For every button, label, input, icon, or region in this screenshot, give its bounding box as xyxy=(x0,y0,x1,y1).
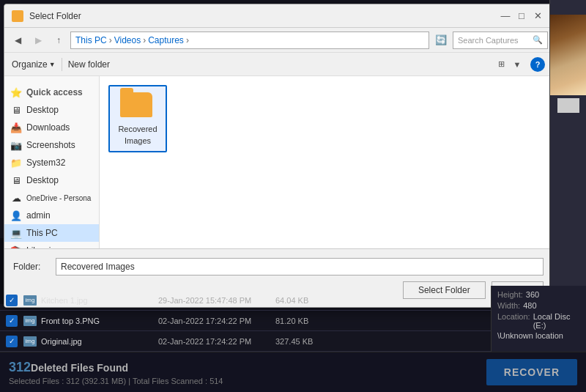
sidebar-label-desktop2: Desktop xyxy=(26,175,59,185)
address-toolbar: ◀ ▶ ↑ This PC › Videos › Captures › 🔄 Se… xyxy=(4,28,552,53)
location-value: Local Disc (E:) xyxy=(533,312,580,330)
sidebar-item-system32[interactable]: 📁 System32 xyxy=(4,154,99,171)
file-size: 81.20 KB xyxy=(275,317,334,325)
close-button[interactable]: ✕ xyxy=(530,9,545,23)
file-checkbox[interactable]: ✓ xyxy=(6,295,18,306)
view-icons: ⊞ ▼ xyxy=(494,57,524,72)
address-bar[interactable]: This PC › Videos › Captures › xyxy=(70,32,429,49)
folder-name-line1: Recovered xyxy=(118,125,157,133)
file-icon: img xyxy=(23,336,37,347)
folder-field-label: Folder: xyxy=(13,262,50,272)
file-date: 02-Jan-2022 17:24:22 PM xyxy=(158,317,275,325)
width-value: 480 xyxy=(523,301,536,310)
table-row[interactable]: ✓ img Front top 3.PNG 02-Jan-2022 17:24:… xyxy=(0,311,549,331)
file-date: 29-Jan-2022 15:47:48 PM xyxy=(158,296,275,305)
sidebar-item-this-pc[interactable]: 💻 This PC xyxy=(4,224,99,242)
organize-button[interactable]: Organize ▼ xyxy=(12,59,56,70)
minimize-button[interactable]: — xyxy=(498,9,513,23)
file-size: 327.45 KB xyxy=(275,337,334,346)
sidebar-item-downloads[interactable]: 📥 Downloads xyxy=(4,119,99,136)
dialog-title: Select Folder xyxy=(29,11,497,21)
file-area[interactable]: Recovered Images xyxy=(100,76,552,248)
file-size: 64.04 KB xyxy=(275,296,334,305)
view-button[interactable]: ⊞ xyxy=(494,57,508,72)
folder-body xyxy=(120,92,152,117)
file-name: Front top 3.PNG xyxy=(41,317,158,325)
folder-row: Folder: xyxy=(13,258,544,275)
sidebar-item-screenshots[interactable]: 📷 Screenshots xyxy=(4,136,99,154)
new-folder-button[interactable]: New folder xyxy=(68,59,110,70)
file-date: 02-Jan-2022 17:24:22 PM xyxy=(158,337,275,346)
address-sep2: › xyxy=(143,35,146,45)
sidebar-label-this-pc: This PC xyxy=(26,228,58,238)
sidebar: ⭐ Quick access 🖥 Desktop 📥 Downloads 📷 S… xyxy=(4,76,100,248)
admin-icon: 👤 xyxy=(10,210,22,221)
system32-icon: 📁 xyxy=(10,157,22,169)
desktop-icon: 🖥 xyxy=(10,104,22,116)
scroll-thumb[interactable] xyxy=(557,98,579,113)
width-label: Width: xyxy=(497,301,520,310)
folder-input[interactable] xyxy=(56,258,544,275)
height-value: 360 xyxy=(526,290,539,299)
organize-chevron-icon: ▼ xyxy=(49,61,56,68)
organize-toolbar: Organize ▼ New folder ⊞ ▼ ? xyxy=(4,53,552,76)
address-sep1: › xyxy=(109,35,112,45)
right-thumbnail-panel xyxy=(549,0,586,286)
sidebar-item-admin[interactable]: 👤 admin xyxy=(4,207,99,224)
folder-icon-large xyxy=(120,92,155,122)
file-checkbox[interactable]: ✓ xyxy=(6,315,18,327)
organize-label: Organize xyxy=(12,59,48,70)
dialog-content: ⭐ Quick access 🖥 Desktop 📥 Downloads 📷 S… xyxy=(4,76,552,248)
sidebar-label-onedrive: OneDrive - Persona xyxy=(26,194,91,202)
table-row[interactable]: ✓ img Original.jpg 02-Jan-2022 17:24:22 … xyxy=(0,331,549,352)
search-box[interactable]: Search Captures 🔍 xyxy=(453,32,548,49)
sidebar-item-desktop2[interactable]: 🖥 Desktop xyxy=(4,171,99,189)
sidebar-label-screenshots: Screenshots xyxy=(26,140,75,150)
search-icon[interactable]: 🔍 xyxy=(533,35,543,45)
select-folder-dialog: Select Folder — □ ✕ ◀ ▶ ↑ This PC › Vide… xyxy=(4,4,553,308)
thumbnail-image xyxy=(550,15,586,95)
desktop2-icon: 🖥 xyxy=(10,174,22,186)
file-icon: img xyxy=(23,295,37,306)
recovered-images-folder[interactable]: Recovered Images xyxy=(108,85,167,152)
address-sep3: › xyxy=(186,35,189,45)
quick-access-icon: ⭐ xyxy=(10,86,22,98)
address-this-pc[interactable]: This PC xyxy=(75,35,107,45)
sidebar-label-quick-access: Quick access xyxy=(26,87,83,97)
sidebar-item-libraries[interactable]: 📚 Libraries xyxy=(4,242,99,248)
forward-button[interactable]: ▶ xyxy=(29,32,47,49)
table-row[interactable]: ✓ img Kitchen 1.jpg 29-Jan-2022 15:47:48… xyxy=(0,290,549,311)
back-button[interactable]: ◀ xyxy=(9,32,26,49)
dialog-titlebar: Select Folder — □ ✕ xyxy=(4,4,552,28)
sidebar-item-desktop[interactable]: 🖥 Desktop xyxy=(4,101,99,119)
sidebar-label-admin: admin xyxy=(26,210,51,221)
address-videos[interactable]: Videos xyxy=(114,35,141,45)
file-name: Kitchen 1.jpg xyxy=(41,296,158,305)
sidebar-section-quick-access: ⭐ Quick access xyxy=(4,81,99,101)
toolbar-separator xyxy=(62,58,62,71)
maximize-button[interactable]: □ xyxy=(514,9,529,23)
sublocation-value: \Unknown location xyxy=(497,331,580,340)
refresh-button[interactable]: 🔄 xyxy=(432,32,450,49)
sidebar-label-downloads: Downloads xyxy=(26,122,70,133)
downloads-icon: 📥 xyxy=(10,122,22,133)
file-checkbox[interactable]: ✓ xyxy=(6,336,18,347)
this-pc-icon: 💻 xyxy=(10,227,22,239)
height-label: Height: xyxy=(497,290,523,299)
location-label: Location: xyxy=(497,312,530,330)
view-dropdown-button[interactable]: ▼ xyxy=(510,57,524,72)
sidebar-label-system32: System32 xyxy=(26,158,65,168)
file-list: ✓ img Kitchen 1.jpg 29-Jan-2022 15:47:48… xyxy=(0,290,549,352)
metadata-panel: Height: 360 Width: 480 Location: Local D… xyxy=(491,286,586,352)
file-icon: img xyxy=(23,316,37,326)
address-captures[interactable]: Captures xyxy=(148,35,184,45)
up-button[interactable]: ↑ xyxy=(50,32,67,49)
onedrive-icon: ☁ xyxy=(10,192,22,204)
sidebar-item-onedrive[interactable]: ☁ OneDrive - Persona xyxy=(4,189,99,207)
help-button[interactable]: ? xyxy=(530,57,545,72)
dialog-folder-icon xyxy=(12,10,23,22)
screenshots-icon: 📷 xyxy=(10,139,22,151)
folder-name-line2: Images xyxy=(125,136,151,145)
file-name: Original.jpg xyxy=(41,337,158,346)
sidebar-label-desktop: Desktop xyxy=(26,105,59,115)
